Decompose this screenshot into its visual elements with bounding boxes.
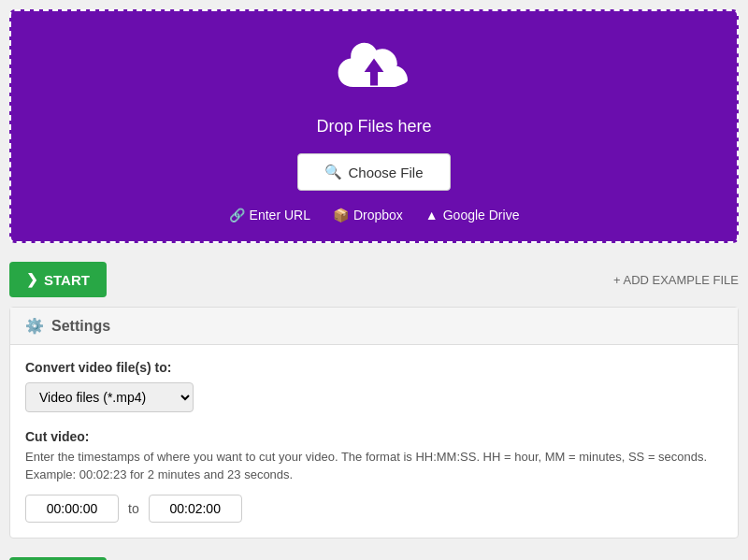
choose-file-label: Choose File [348, 165, 423, 180]
dropbox-label: Dropbox [353, 208, 403, 223]
gear-icon: ⚙️ [25, 317, 44, 335]
top-toolbar: ❯ START + ADD EXAMPLE FILE [0, 252, 748, 307]
cut-video-description: Enter the timestamps of where you want t… [25, 450, 723, 464]
start-label-top: START [44, 272, 90, 288]
settings-title-text: Settings [51, 318, 110, 335]
upload-links-row: 🔗 Enter URL 📦 Dropbox ▲ Google Drive [229, 208, 520, 223]
cut-video-label: Cut video: [25, 429, 723, 444]
time-from-input[interactable] [25, 495, 119, 523]
drop-files-text: Drop Files here [316, 117, 431, 136]
cut-video-section: Cut video: Enter the timestamps of where… [25, 429, 723, 523]
start-button-top[interactable]: ❯ START [9, 262, 107, 297]
google-drive-link[interactable]: ▲ Google Drive [425, 208, 520, 223]
time-range-row: to [25, 495, 723, 523]
google-drive-icon: ▲ [425, 208, 439, 223]
enter-url-link[interactable]: 🔗 Enter URL [229, 208, 310, 223]
choose-file-button[interactable]: 🔍 Choose File [297, 153, 450, 191]
format-select[interactable]: Video files (*.mp4) Video files (*.avi) … [25, 382, 194, 412]
to-label: to [128, 501, 139, 516]
upload-cloud-icon [337, 39, 411, 108]
dropbox-icon: 📦 [333, 208, 349, 223]
convert-section: Convert video file(s) to: Video files (*… [25, 360, 723, 412]
settings-title-bar: ⚙️ Settings [10, 308, 738, 345]
drop-zone[interactable]: Drop Files here 🔍 Choose File 🔗 Enter UR… [9, 9, 739, 243]
bottom-toolbar: ❯ START [0, 548, 748, 560]
add-example-link[interactable]: + ADD EXAMPLE FILE [613, 273, 739, 287]
link-icon: 🔗 [229, 208, 245, 223]
settings-panel: ⚙️ Settings Convert video file(s) to: Vi… [9, 307, 739, 538]
chevron-right-icon: ❯ [26, 271, 38, 288]
enter-url-label: Enter URL [250, 208, 310, 223]
convert-label: Convert video file(s) to: [25, 360, 723, 375]
google-drive-label: Google Drive [443, 208, 520, 223]
search-icon: 🔍 [324, 164, 342, 180]
dropbox-link[interactable]: 📦 Dropbox [333, 208, 403, 223]
add-example-label: + ADD EXAMPLE FILE [613, 273, 739, 287]
time-to-input[interactable] [149, 495, 242, 523]
cut-video-example: Example: 00:02:23 for 2 minutes and 23 s… [25, 467, 723, 481]
